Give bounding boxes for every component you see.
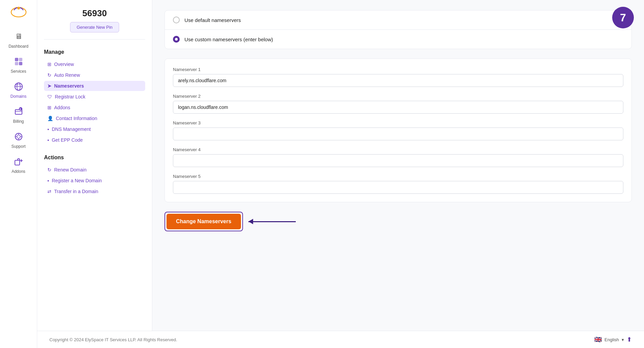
renew-icon: ↻ <box>47 167 51 172</box>
auto-renew-icon: ↻ <box>47 72 51 78</box>
flag-icon: 🇬🇧 <box>594 336 602 343</box>
actions-nav-list: ↻Renew Domain ▪Register a New Domain ⇄Tr… <box>44 165 145 196</box>
nameservers-label: Nameservers <box>54 83 84 89</box>
footer: Copyright © 2024 ElySpace IT Services LL… <box>37 331 644 348</box>
sidebar-item-support[interactable]: Support <box>0 127 37 152</box>
renew-label: Renew Domain <box>54 167 87 172</box>
actions-section: Actions ↻Renew Domain ▪Register a New Do… <box>44 153 145 200</box>
ns3-label: Nameserver 3 <box>173 120 623 125</box>
change-nameservers-button[interactable]: Change Nameservers <box>166 214 241 229</box>
sidebar-domains-label: Domains <box>10 94 26 99</box>
main-wrap: 56930 Generate New Pin Manage ⊞Overview … <box>37 0 644 348</box>
sidebar-billing-label: Billing <box>13 119 24 124</box>
support-icon <box>13 131 25 143</box>
addons-icon <box>13 156 25 168</box>
svg-rect-5 <box>19 62 22 65</box>
contact-info-icon: 👤 <box>47 116 53 121</box>
epp-icon: ▪ <box>47 137 49 143</box>
nav-item-dns-management[interactable]: ▪DNS Management <box>44 124 145 134</box>
nameserver-3-group: Nameserver 3 <box>173 120 623 140</box>
nav-item-nameservers[interactable]: ➤Nameservers <box>44 81 145 91</box>
nav-item-contact-info[interactable]: 👤Contact Information <box>44 113 145 123</box>
manage-nav-list: ⊞Overview ↻Auto Renew ➤Nameservers 🛡Regi… <box>44 59 145 146</box>
nameserver-1-group: Nameserver 1 <box>173 67 623 87</box>
actions-title: Actions <box>44 155 145 161</box>
ns2-input[interactable] <box>173 101 623 114</box>
transfer-label: Transfer in a Domain <box>54 189 98 194</box>
ns3-input[interactable] <box>173 127 623 140</box>
sidebar: 🖥 Dashboard Services www Domains $ Billi… <box>0 0 37 348</box>
registrar-lock-label: Registrar Lock <box>55 94 85 99</box>
sidebar-item-addons[interactable]: Addons <box>0 152 37 177</box>
nameserver-fields-card: Nameserver 1 Nameserver 2 Nameserver 3 N… <box>164 59 632 202</box>
pin-section: 56930 Generate New Pin <box>44 8 145 40</box>
svg-text:www: www <box>15 84 20 86</box>
nav-item-addons[interactable]: ⊞Addons <box>44 102 145 113</box>
ns5-label: Nameserver 5 <box>173 174 623 179</box>
scroll-to-top-icon[interactable]: ⬆ <box>627 336 632 343</box>
addons-nav-icon: ⊞ <box>47 105 51 110</box>
services-icon <box>13 55 25 68</box>
generate-pin-button[interactable]: Generate New Pin <box>70 22 119 32</box>
action-transfer-domain[interactable]: ⇄Transfer in a Domain <box>44 186 145 196</box>
radio-option-default[interactable]: Use default nameservers <box>165 10 631 30</box>
sidebar-addons-label: Addons <box>12 169 25 174</box>
arrow-line <box>248 221 296 222</box>
sidebar-item-services[interactable]: Services <box>0 52 37 77</box>
ns1-label: Nameserver 1 <box>173 67 623 72</box>
button-area: Change Nameservers <box>164 212 632 231</box>
nav-item-overview[interactable]: ⊞Overview <box>44 59 145 69</box>
radio-custom-circle <box>173 36 180 43</box>
domains-icon: www <box>13 80 25 93</box>
logo <box>10 5 27 20</box>
radio-default-circle <box>173 17 180 23</box>
nav-item-epp-code[interactable]: ▪Get EPP Code <box>44 135 145 145</box>
svg-point-1 <box>17 7 20 9</box>
change-btn-wrapper: Change Nameservers <box>164 212 243 231</box>
sidebar-item-domains[interactable]: www Domains <box>0 77 37 102</box>
radio-custom-label: Use custom nameservers (enter below) <box>184 37 273 42</box>
ns1-input[interactable] <box>173 74 623 87</box>
nameserver-4-group: Nameserver 4 <box>173 147 623 167</box>
sidebar-item-dashboard[interactable]: 🖥 Dashboard <box>0 27 37 52</box>
svg-text:$: $ <box>20 108 21 111</box>
radio-option-custom[interactable]: Use custom nameservers (enter below) <box>165 30 631 49</box>
action-register-domain[interactable]: ▪Register a New Domain <box>44 176 145 186</box>
language-dropdown-icon: ▾ <box>622 337 624 342</box>
action-renew-domain[interactable]: ↻Renew Domain <box>44 165 145 175</box>
register-icon: ▪ <box>47 178 49 183</box>
svg-rect-3 <box>19 58 22 61</box>
transfer-icon: ⇄ <box>47 189 51 194</box>
dns-label: DNS Management <box>52 126 91 132</box>
right-panel: 7 Use default nameservers Use custom nam… <box>152 0 644 331</box>
manage-title: Manage <box>44 49 64 55</box>
nameserver-5-group: Nameserver 5 <box>173 174 623 194</box>
sidebar-item-billing[interactable]: $ Billing <box>0 102 37 127</box>
nav-item-registrar-lock[interactable]: 🛡Registrar Lock <box>44 92 145 102</box>
ns4-input[interactable] <box>173 154 623 167</box>
svg-rect-19 <box>15 160 20 165</box>
ns2-label: Nameserver 2 <box>173 94 623 99</box>
dns-icon: ▪ <box>47 126 49 132</box>
nameservers-icon: ➤ <box>47 83 51 89</box>
epp-label: Get EPP Code <box>52 137 83 143</box>
language-label: English <box>604 337 619 342</box>
nav-item-auto-renew[interactable]: ↻Auto Renew <box>44 70 145 80</box>
addons-nav-label: Addons <box>54 105 70 110</box>
sidebar-dashboard-label: Dashboard <box>8 44 28 49</box>
ns4-label: Nameserver 4 <box>173 147 623 152</box>
step-badge: 7 <box>612 7 634 28</box>
registrar-lock-icon: 🛡 <box>47 94 52 99</box>
ns5-input[interactable] <box>173 181 623 194</box>
billing-icon: $ <box>13 106 25 118</box>
left-panel: 56930 Generate New Pin Manage ⊞Overview … <box>37 0 152 331</box>
svg-point-14 <box>17 135 20 138</box>
nameserver-options-card: Use default nameservers Use custom names… <box>164 10 632 49</box>
footer-language[interactable]: 🇬🇧 English ▾ ⬆ <box>594 336 632 343</box>
overview-label: Overview <box>54 62 74 67</box>
contact-info-label: Contact Information <box>56 116 97 121</box>
footer-copyright: Copyright © 2024 ElySpace IT Services LL… <box>49 337 177 342</box>
svg-rect-2 <box>15 58 18 61</box>
register-label: Register a New Domain <box>52 178 102 183</box>
dashboard-icon: 🖥 <box>13 30 25 43</box>
